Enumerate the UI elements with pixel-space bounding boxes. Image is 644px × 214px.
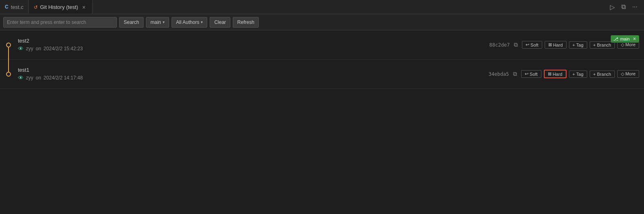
more-actions-button[interactable]: ··· <box>631 2 639 12</box>
tab-git-history-label: Git History (test) <box>40 4 78 10</box>
commit-1-on: on <box>36 46 41 51</box>
commit-2-tag-button[interactable]: + Tag <box>569 71 587 78</box>
commit-2-copy-icon[interactable]: ⧉ <box>511 70 519 78</box>
soft-icon-2: ↩ <box>525 71 528 77</box>
run-button[interactable]: ▷ <box>608 2 616 13</box>
window-controls: ▷ ⧉ ··· <box>603 2 644 13</box>
table-row: test1 👁 zyy on 2024/2/2 14:17:48 34ebda5… <box>0 60 644 89</box>
commit-1-title: test2 <box>18 38 489 44</box>
tab-bar: C test.c ↺ Git History (test) × ▷ ⧉ ··· <box>0 0 644 14</box>
commit-2-meta: 👁 zyy on 2024/2/2 14:17:48 <box>18 75 489 81</box>
commit-2-more-button[interactable]: ◇ More <box>617 70 639 78</box>
commit-2-hard-button[interactable]: ⊠ Hard <box>544 70 567 78</box>
git-history-icon: ↺ <box>34 4 38 10</box>
commit-1-hard-button[interactable]: ⊠ Hard <box>545 41 567 49</box>
commit-dot-2 <box>6 72 11 77</box>
commit-2-author: zyy <box>26 75 33 81</box>
commit-1-author: zyy <box>26 46 33 51</box>
commit-2-date: 2024/2/2 14:17:48 <box>43 75 83 81</box>
commit-1-meta: 👁 zyy on 2024/2/2 15:42:23 <box>18 45 489 52</box>
tab-git-history-close[interactable]: × <box>81 4 87 11</box>
graph-col-2 <box>2 60 15 89</box>
branch-dropdown-arrow: ▾ <box>163 20 165 24</box>
app-container: C test.c ↺ Git History (test) × ▷ ⧉ ··· … <box>0 0 644 214</box>
commit-1-info: test2 👁 zyy on 2024/2/2 15:42:23 <box>15 38 489 52</box>
search-button[interactable]: Search <box>119 17 144 28</box>
commit-1-soft-button[interactable]: ↩ Soft <box>522 41 542 49</box>
commit-1-copy-icon[interactable]: ⧉ <box>512 41 519 49</box>
commit-1-branch-button[interactable]: + Branch <box>590 41 615 49</box>
soft-icon-1: ↩ <box>526 42 529 47</box>
commit-1-more-button[interactable]: ◇ More <box>617 41 639 49</box>
commit-2-title: test1 <box>18 67 489 73</box>
table-row: test2 👁 zyy on 2024/2/2 15:42:23 88c2de7… <box>0 30 644 60</box>
refresh-button[interactable]: Refresh <box>233 17 259 28</box>
c-file-icon: C <box>5 4 9 10</box>
tab-test-c[interactable]: C test.c <box>0 0 29 14</box>
commit-2-hash: 34ebda5 <box>489 71 509 77</box>
tab-test-c-label: test.c <box>11 4 24 10</box>
commit-2-eye-icon: 👁 <box>18 75 24 81</box>
commit-dot-1 <box>6 43 11 47</box>
commit-1-hash: 88c2de7 <box>489 42 510 48</box>
authors-dropdown-arrow: ▾ <box>201 20 203 24</box>
tab-git-history[interactable]: ↺ Git History (test) × <box>29 0 92 14</box>
clear-button[interactable]: Clear <box>210 17 230 28</box>
graph-col-1 <box>2 30 15 60</box>
commit-2-info: test1 👁 zyy on 2024/2/2 14:17:48 <box>15 67 489 81</box>
search-input[interactable] <box>3 17 117 28</box>
hard-icon-1: ⊠ <box>548 42 552 47</box>
commit-2-on: on <box>36 75 41 81</box>
commit-2-soft-button[interactable]: ↩ Soft <box>521 70 541 78</box>
commit-list: ⎇ main × test2 👁 zyy on 2024/2/2 15:42:2… <box>0 30 644 214</box>
authors-dropdown-button[interactable]: All Authors ▾ <box>172 17 207 28</box>
commit-1-tag-button[interactable]: + Tag <box>569 41 587 49</box>
branch-dropdown-button[interactable]: main ▾ <box>146 17 169 28</box>
commit-1-date: 2024/2/2 15:42:23 <box>43 46 83 51</box>
hard-icon-2: ⊠ <box>548 71 552 77</box>
commit-1-eye-icon: 👁 <box>18 45 24 52</box>
toolbar: Search main ▾ All Authors ▾ Clear Refres… <box>0 14 644 30</box>
split-editor-button[interactable]: ⧉ <box>620 2 627 12</box>
commit-1-actions: 88c2de7 ⧉ ↩ Soft ⊠ Hard + Tag + Branch ◇ <box>489 41 644 49</box>
commit-2-branch-button[interactable]: + Branch <box>590 71 615 78</box>
commit-2-actions: 34ebda5 ⧉ ↩ Soft ⊠ Hard + Tag + Branch ◇ <box>489 70 644 78</box>
